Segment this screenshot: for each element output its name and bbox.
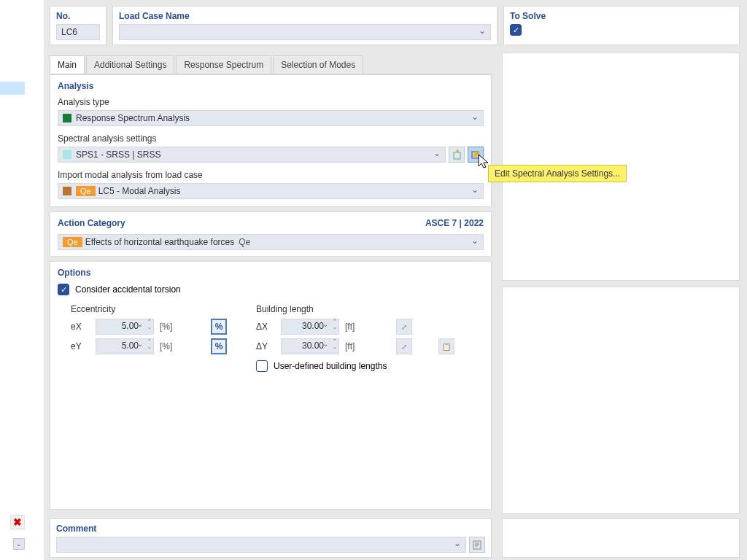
analysis-type-label: Analysis type bbox=[58, 97, 484, 107]
action-category-section: Action Category ASCE 7 | 2022 Qe Effects… bbox=[50, 211, 492, 257]
dx-unit: [ft] bbox=[345, 322, 363, 332]
action-title: Action Category bbox=[58, 218, 125, 228]
square-icon bbox=[63, 114, 71, 122]
dx-pick-button[interactable]: ⤢ bbox=[396, 319, 412, 335]
tab-main[interactable]: Main bbox=[50, 55, 85, 74]
edit-icon bbox=[471, 149, 481, 160]
comment-edit-button[interactable] bbox=[469, 537, 485, 553]
new-icon bbox=[452, 149, 462, 160]
analysis-type-dropdown[interactable]: Response Spectrum Analysis bbox=[58, 110, 484, 126]
ey-spinner[interactable]: 5.00 bbox=[96, 338, 154, 354]
tab-response-spectrum[interactable]: Response Spectrum bbox=[176, 55, 271, 74]
no-field[interactable]: LC6 bbox=[56, 24, 100, 40]
ex-spinner[interactable]: 5.00 bbox=[96, 319, 154, 335]
ey-label: eY bbox=[71, 341, 90, 351]
options-title: Options bbox=[58, 268, 484, 278]
eccentricity-label: Eccentricity bbox=[71, 304, 227, 314]
ex-percent-button[interactable]: % bbox=[211, 319, 227, 335]
copy-lengths-button[interactable]: 📋 bbox=[438, 338, 454, 354]
square-icon bbox=[63, 187, 71, 195]
square-icon bbox=[63, 150, 71, 159]
comment-label: Comment bbox=[56, 524, 485, 534]
left-dropdown-toggle[interactable]: ⌄ bbox=[13, 538, 25, 550]
building-length-label: Building length bbox=[256, 304, 454, 314]
user-defined-checkbox[interactable] bbox=[256, 360, 268, 372]
building-length-group: Building length ΔX 30.00 [ft] ⤢ ΔY 30.00… bbox=[256, 304, 454, 378]
dx-spinner[interactable]: 30.00 bbox=[281, 319, 339, 335]
tabs: Main Additional Settings Response Spectr… bbox=[50, 55, 492, 74]
analysis-title: Analysis bbox=[58, 81, 484, 91]
solve-label: To Solve bbox=[510, 11, 733, 21]
name-label: Load Case Name bbox=[119, 11, 491, 21]
ex-unit: [%] bbox=[160, 322, 177, 332]
name-dropdown[interactable] bbox=[119, 24, 491, 40]
ey-percent-button[interactable]: % bbox=[211, 338, 227, 354]
solve-checkbox[interactable] bbox=[510, 24, 522, 36]
tab-additional-settings[interactable]: Additional Settings bbox=[86, 55, 174, 74]
comment-side-panel bbox=[502, 518, 740, 558]
analysis-section: Analysis Analysis type Response Spectrum… bbox=[50, 74, 492, 207]
delete-button[interactable]: ✖ bbox=[10, 515, 25, 529]
ey-unit: [%] bbox=[160, 341, 177, 351]
name-panel: Load Case Name bbox=[112, 6, 498, 45]
action-code: ASCE 7 | 2022 bbox=[425, 218, 484, 228]
ex-label: eX bbox=[71, 322, 90, 332]
comment-dropdown[interactable] bbox=[56, 537, 466, 553]
consider-torsion-checkbox[interactable] bbox=[58, 284, 69, 295]
new-spectral-button[interactable] bbox=[449, 147, 465, 163]
tab-selection-of-modes[interactable]: Selection of Modes bbox=[273, 55, 363, 74]
import-dropdown[interactable]: Qe LC5 - Modal Analysis bbox=[58, 183, 484, 199]
user-defined-label: User-defined building lengths bbox=[274, 361, 387, 371]
qe-badge: Qe bbox=[76, 186, 96, 196]
svg-rect-0 bbox=[454, 152, 460, 159]
left-selection-highlight bbox=[0, 82, 25, 95]
no-label: No. bbox=[56, 11, 100, 21]
dy-pick-button[interactable]: ⤢ bbox=[396, 338, 412, 354]
import-label: Import modal analysis from load case bbox=[58, 170, 484, 180]
solve-panel: To Solve bbox=[503, 6, 740, 45]
qe-badge: Qe bbox=[63, 237, 82, 247]
consider-label: Consider accidental torsion bbox=[75, 284, 181, 295]
side-preview-2 bbox=[502, 287, 740, 515]
left-gutter: ✖ ⌄ bbox=[0, 0, 44, 560]
dy-unit: [ft] bbox=[345, 341, 363, 351]
spectral-label: Spectral analysis settings bbox=[58, 133, 484, 144]
edit-spectral-button[interactable] bbox=[468, 147, 484, 163]
no-panel: No. LC6 bbox=[50, 6, 107, 45]
note-icon bbox=[473, 540, 482, 550]
dy-spinner[interactable]: 30.00 bbox=[281, 338, 339, 354]
spectral-dropdown[interactable]: SPS1 - SRSS | SRSS bbox=[58, 147, 446, 163]
eccentricity-group: Eccentricity eX 5.00 [%] % eY 5.00 [%] bbox=[71, 304, 227, 378]
dx-label: ΔX bbox=[256, 322, 275, 332]
tooltip: Edit Spectral Analysis Settings... bbox=[488, 165, 627, 182]
dy-label: ΔY bbox=[256, 341, 275, 351]
comment-panel: Comment bbox=[50, 518, 492, 558]
action-dropdown[interactable]: Qe Effects of horizontal earthquake forc… bbox=[58, 234, 484, 250]
options-section: Options Consider accidental torsion Ecce… bbox=[50, 261, 492, 510]
